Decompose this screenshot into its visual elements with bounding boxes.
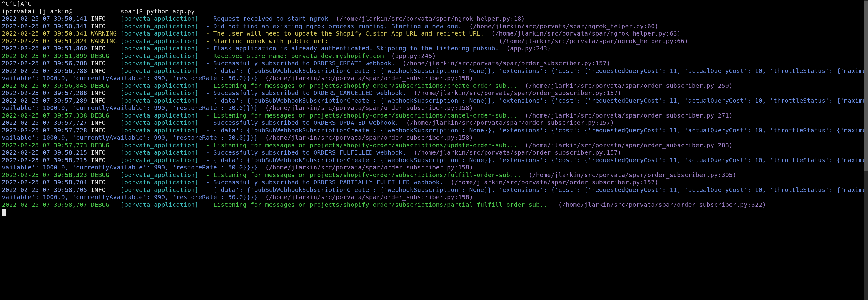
log-message: - Successfully subscribed to ORDERS_PART…: [202, 179, 451, 186]
log-message: - The user will need to update the Shopi…: [202, 30, 492, 37]
log-level: INFO: [91, 23, 121, 30]
log-timestamp: 2022-02-25 07:39:56,845: [2, 82, 91, 89]
log-timestamp: 2022-02-25 07:39:57,728: [2, 127, 91, 134]
log-path: (/home/jlarkin/src/porvata/spar/order_su…: [558, 201, 766, 208]
log-timestamp: 2022-02-25 07:39:56,788: [2, 59, 91, 67]
log-level: WARNING: [91, 30, 121, 37]
log-timestamp: 2022-02-25 07:39:51,899: [2, 52, 91, 59]
log-line: 2022-02-25 07:39:57,289 INFO [porvata_ap…: [2, 97, 866, 105]
interrupt-text: ^C^L[A^C: [2, 0, 32, 7]
terminal-output[interactable]: ^C^L[A^C(porvata) [jlarkin@ spar]$ pytho…: [0, 0, 868, 216]
log-line-cont: vailable': 1000.0, 'currentlyAvailable':…: [2, 164, 866, 171]
log-path: (/home/jlarkin/src/porvata/spar/order_su…: [265, 134, 473, 141]
log-line: 2022-02-25 07:39:56,788 INFO [porvata_ap…: [2, 59, 866, 67]
log-level: DEBUG: [91, 141, 121, 149]
log-level: DEBUG: [91, 201, 121, 208]
log-timestamp: 2022-02-25 07:39:57,773: [2, 141, 91, 149]
log-timestamp: 2022-02-25 07:39:58,704: [2, 179, 91, 186]
log-level: INFO: [91, 179, 121, 186]
log-message: - {'data': {'pubSubWebhookSubscriptionCr…: [202, 127, 868, 134]
log-path: (/home/jlarkin/src/porvata/spar/ngrok_he…: [499, 37, 688, 45]
log-logger: [porvata_application]: [121, 67, 202, 74]
log-message: vailable': 1000.0, 'currentlyAvailable':…: [2, 193, 265, 201]
log-line: 2022-02-25 07:39:58,704 INFO [porvata_ap…: [2, 179, 866, 186]
log-message: - Starting ngrok with public url:: [202, 37, 499, 45]
log-path: (/home/jlarkin/src/porvata/spar/order_su…: [414, 149, 622, 156]
log-timestamp: 2022-02-25 07:39:58,215: [2, 149, 91, 156]
venv-name: (porvata): [2, 7, 39, 15]
log-message: - Listening for messages on projects/sho…: [202, 82, 525, 89]
log-timestamp: 2022-02-25 07:39:51,860: [2, 45, 91, 52]
log-path: (app.py:243): [506, 45, 551, 52]
log-line: 2022-02-25 07:39:58,215 INFO [porvata_ap…: [2, 156, 866, 164]
log-message: - Successfully subscribed to ORDERS_FULF…: [202, 149, 414, 156]
log-timestamp: 2022-02-25 07:39:57,727: [2, 119, 91, 126]
command: python app.py: [146, 7, 194, 15]
log-line: 2022-02-25 07:39:56,845 DEBUG [porvata_a…: [2, 82, 866, 89]
log-logger: [porvata_application]: [121, 156, 202, 164]
log-timestamp: 2022-02-25 07:39:58,323: [2, 171, 91, 179]
log-level: INFO: [91, 119, 121, 126]
log-path: (/home/jlarkin/src/porvata/spar/order_su…: [265, 164, 473, 171]
interrupt-line: ^C^L[A^C: [2, 0, 866, 7]
log-line: 2022-02-25 07:39:57,338 DEBUG [porvata_a…: [2, 112, 866, 119]
log-message: - Request received to start ngrok: [202, 15, 336, 22]
log-level: INFO: [91, 127, 121, 134]
log-line-cont: vailable': 1000.0, 'currentlyAvailable':…: [2, 104, 866, 112]
log-timestamp: 2022-02-25 07:39:51,824: [2, 37, 91, 45]
log-message: - Listening for messages on projects/sho…: [202, 112, 525, 119]
log-logger: [porvata_application]: [121, 141, 202, 149]
log-message: - Received store name: porvata-dev.mysho…: [202, 52, 391, 59]
log-path: (/home/jlarkin/src/porvata/spar/order_su…: [451, 179, 658, 186]
log-timestamp: 2022-02-25 07:39:57,338: [2, 112, 91, 119]
log-line: 2022-02-25 07:39:57,728 INFO [porvata_ap…: [2, 127, 866, 134]
log-logger: [porvata_application]: [121, 97, 202, 104]
log-line: 2022-02-25 07:39:51,824 WARNING [porvata…: [2, 37, 866, 45]
log-logger: [porvata_application]: [121, 15, 202, 22]
log-timestamp: 2022-02-25 07:39:58,705: [2, 186, 91, 193]
log-line: 2022-02-25 07:39:57,727 INFO [porvata_ap…: [2, 119, 866, 127]
log-path: (/home/jlarkin/src/porvata/spar/order_su…: [265, 193, 473, 201]
log-path: (/home/jlarkin/src/porvata/spar/order_su…: [525, 112, 733, 119]
log-line: 2022-02-25 07:39:51,899 DEBUG [porvata_a…: [2, 52, 866, 60]
log-message: vailable': 1000.0, 'currentlyAvailable':…: [2, 104, 265, 111]
log-logger: [porvata_application]: [121, 119, 202, 126]
log-path: (/home/jlarkin/src/porvata/spar/ngrok_he…: [336, 15, 525, 22]
log-level: WARNING: [91, 37, 121, 45]
log-line: 2022-02-25 07:39:50,341 WARNING [porvata…: [2, 30, 866, 37]
log-level: INFO: [91, 45, 121, 52]
log-message: vailable': 1000.0, 'currentlyAvailable':…: [2, 74, 265, 82]
cursor[interactable]: [2, 209, 6, 216]
log-message: - Flask application is already authentic…: [202, 45, 506, 52]
log-message: - Listening for messages on projects/sho…: [202, 171, 529, 179]
log-logger: [porvata_application]: [121, 30, 202, 37]
log-message: - {'data': {'pubSubWebhookSubscriptionCr…: [202, 186, 868, 193]
log-path: (/home/jlarkin/src/porvata/spar/ngrok_he…: [469, 23, 658, 30]
log-level: INFO: [91, 59, 121, 67]
log-timestamp: 2022-02-25 07:39:50,341: [2, 30, 91, 37]
log-message: vailable': 1000.0, 'currentlyAvailable':…: [2, 134, 265, 141]
log-message: - {'data': {'pubSubWebhookSubscriptionCr…: [202, 67, 868, 74]
scrollbar-track[interactable]: [864, 0, 868, 300]
log-line: 2022-02-25 07:39:51,860 INFO [porvata_ap…: [2, 45, 866, 52]
log-logger: [porvata_application]: [121, 82, 202, 89]
log-level: INFO: [91, 15, 121, 22]
scrollbar-thumb[interactable]: [864, 1, 868, 171]
log-line: 2022-02-25 07:39:57,288 INFO [porvata_ap…: [2, 89, 866, 97]
log-path: (/home/jlarkin/src/porvata/spar/order_su…: [265, 74, 473, 82]
log-message: - Successfully subscribed to ORDERS_CREA…: [202, 59, 402, 67]
prompt-suffix: spar]$: [121, 7, 147, 15]
log-level: INFO: [91, 186, 121, 193]
log-path: (/home/jlarkin/src/porvata/spar/order_su…: [414, 89, 622, 97]
log-level: INFO: [91, 97, 121, 104]
log-timestamp: 2022-02-25 07:39:56,788: [2, 67, 91, 74]
log-path: (/home/jlarkin/src/porvata/spar/order_su…: [529, 171, 737, 179]
log-logger: [porvata_application]: [121, 149, 202, 156]
log-logger: [porvata_application]: [121, 179, 202, 186]
log-logger: [porvata_application]: [121, 37, 202, 45]
log-path: (/home/jlarkin/src/porvata/spar/order_su…: [406, 119, 614, 126]
cursor-line[interactable]: [2, 208, 866, 216]
log-line: 2022-02-25 07:39:50,141 INFO [porvata_ap…: [2, 15, 866, 23]
log-logger: [porvata_application]: [121, 23, 202, 30]
log-level: DEBUG: [91, 82, 121, 89]
